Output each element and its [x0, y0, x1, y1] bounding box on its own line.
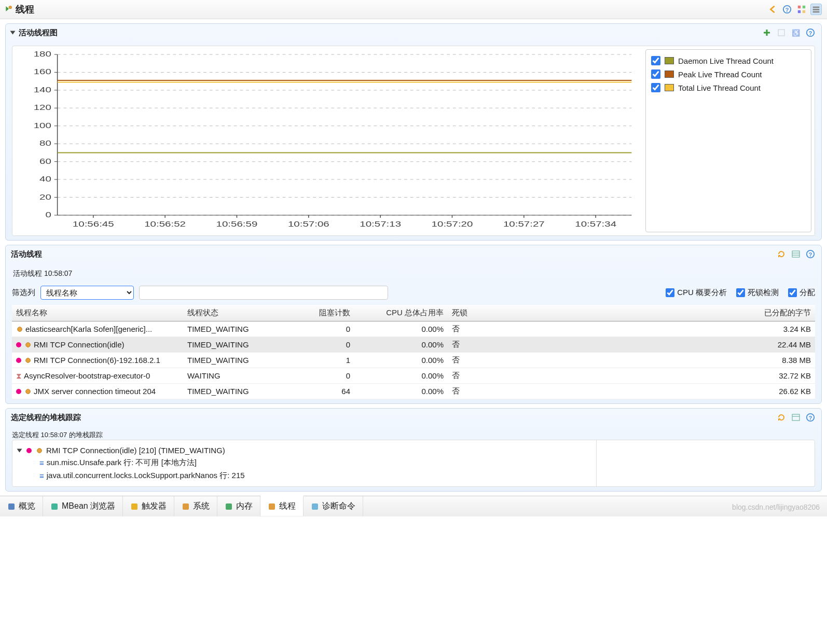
watermark-text: blog.csdn.net/lijingyao8206: [732, 503, 820, 511]
tab-内存[interactable]: 内存: [217, 496, 260, 516]
tab-线程[interactable]: 线程: [260, 496, 304, 516]
filter-text-input[interactable]: [139, 286, 388, 300]
col-cpu[interactable]: CPU 总体占用率: [354, 305, 448, 321]
thread-blocked: 64: [282, 384, 354, 399]
legend-label: Daemon Live Thread Count: [678, 57, 774, 65]
threads-timestamp: 活动线程 10:58:07: [13, 269, 815, 278]
chart-panel-title: 活动线程图: [19, 28, 761, 38]
legend-swatch: [665, 84, 674, 91]
thread-alloc: 3.24 KB: [510, 321, 815, 337]
table-row[interactable]: RMI TCP Connection(6)-192.168.2.1 TIMED_…: [12, 353, 815, 368]
col-name[interactable]: 线程名称: [12, 305, 183, 321]
refresh-icon[interactable]: [776, 412, 787, 423]
thread-alloc: 32.72 KB: [510, 368, 815, 384]
svg-rect-76: [8, 503, 15, 510]
thread-alloc: 8.38 MB: [510, 353, 815, 368]
tab-label: 诊断命令: [322, 501, 355, 512]
collapse-toggle-icon[interactable]: [10, 31, 16, 35]
svg-rect-9: [813, 9, 820, 10]
refresh-icon[interactable]: [776, 248, 787, 260]
legend-item[interactable]: Total Live Thread Count: [650, 81, 807, 94]
add-icon[interactable]: [761, 27, 773, 38]
tab-概览[interactable]: 概览: [0, 496, 43, 516]
thread-name: RMI TCP Connection(idle): [34, 340, 125, 349]
chart-panel: 活动线程图 ♿ ? 02040608010012014016018010:56:…: [5, 23, 822, 241]
svg-text:20: 20: [39, 193, 51, 201]
tab-MBean 浏览器[interactable]: MBean 浏览器: [43, 496, 123, 516]
legend-checkbox[interactable]: [651, 56, 660, 65]
cpu-profiling-checkbox[interactable]: CPU 概要分析: [666, 288, 727, 298]
list-view-icon[interactable]: [810, 4, 822, 15]
svg-text:0: 0: [45, 211, 51, 219]
threads-panel-title: 活动线程: [11, 249, 776, 259]
filter-column-select[interactable]: 线程名称: [40, 286, 134, 300]
threads-table: 线程名称 线程状态 阻塞计数 CPU 总体占用率 死锁 已分配的字节 elast…: [12, 305, 815, 399]
expand-toggle-icon[interactable]: [17, 449, 22, 452]
tab-icon: [311, 502, 319, 511]
legend-item[interactable]: Daemon Live Thread Count: [650, 54, 807, 67]
table-icon[interactable]: [790, 248, 802, 260]
legend-checkbox[interactable]: [651, 83, 660, 92]
chart-config-icon[interactable]: [776, 27, 787, 38]
svg-text:10:57:34: 10:57:34: [575, 220, 616, 228]
table-row[interactable]: elasticsearch[Karla Sofen][generic]... T…: [12, 321, 815, 337]
gear-icon: [36, 447, 43, 454]
stack-root[interactable]: RMI TCP Connection(idle) [210] (TIMED_WA…: [18, 444, 591, 456]
gear-icon: [24, 357, 32, 364]
table-icon[interactable]: [790, 412, 802, 423]
tab-触发器[interactable]: 触发器: [123, 496, 174, 516]
tab-诊断命令[interactable]: 诊断命令: [304, 496, 363, 516]
legend-item[interactable]: Peak Live Thread Count: [650, 67, 807, 81]
thread-name: AsyncResolver-bootstrap-executor-0: [24, 371, 150, 380]
svg-text:140: 140: [34, 86, 51, 94]
gear-icon: [16, 326, 23, 333]
thread-chart: 02040608010012014016018010:56:4510:56:52…: [16, 49, 639, 232]
deadlock-checkbox[interactable]: 死锁检测: [736, 288, 779, 298]
table-row[interactable]: ⧗AsyncResolver-bootstrap-executor-0 WAIT…: [12, 368, 815, 384]
thread-cpu: 0.00%: [354, 321, 448, 337]
legend-checkbox[interactable]: [651, 69, 660, 79]
help-icon[interactable]: ?: [805, 248, 816, 260]
svg-point-75: [37, 448, 42, 453]
accessibility-icon[interactable]: ♿: [790, 27, 802, 38]
stack-frame[interactable]: ≡ sun.misc.Unsafe.park 行: 不可用 [本地方法]: [18, 456, 591, 469]
svg-text:10:57:27: 10:57:27: [503, 220, 545, 228]
svg-text:10:56:59: 10:56:59: [216, 220, 258, 228]
tab-icon: [130, 502, 139, 511]
table-row[interactable]: JMX server connection timeout 204 TIMED_…: [12, 384, 815, 399]
grid-view-icon[interactable]: [796, 4, 807, 15]
help-icon[interactable]: ?: [805, 412, 816, 423]
tab-系统[interactable]: 系统: [174, 496, 217, 516]
allocation-checkbox[interactable]: 分配: [788, 288, 815, 298]
back-arrow-icon[interactable]: [767, 4, 778, 15]
svg-text:80: 80: [39, 139, 51, 147]
tab-icon: [225, 502, 233, 511]
svg-rect-62: [792, 251, 800, 257]
svg-text:?: ?: [809, 251, 812, 258]
col-alloc[interactable]: 已分配的字节: [510, 305, 815, 321]
col-blocked[interactable]: 阻塞计数: [282, 305, 354, 321]
legend-label: Total Live Thread Count: [678, 83, 761, 92]
thread-name: JMX server connection timeout 204: [34, 387, 156, 396]
help-icon[interactable]: ?: [781, 4, 793, 15]
stack-frame-text: sun.misc.Unsafe.park 行: 不可用 [本地方法]: [47, 458, 197, 468]
gear-icon: [24, 388, 32, 395]
tab-label: 系统: [193, 501, 210, 512]
legend-swatch: [665, 71, 674, 78]
table-row[interactable]: RMI TCP Connection(idle) TIMED_WAITING 0…: [12, 337, 815, 353]
thread-cpu: 0.00%: [354, 353, 448, 368]
col-state[interactable]: 线程状态: [183, 305, 282, 321]
col-deadlock[interactable]: 死锁: [448, 305, 510, 321]
stack-frame[interactable]: ≡ java.util.concurrent.locks.LockSupport…: [18, 469, 591, 482]
thread-blocked: 0: [282, 321, 354, 337]
svg-text:?: ?: [785, 7, 789, 13]
legend-swatch: [665, 57, 674, 64]
svg-text:?: ?: [809, 30, 812, 36]
legend-label: Peak Live Thread Count: [678, 70, 762, 79]
svg-rect-4: [798, 6, 801, 8]
lock-icon: [16, 358, 21, 363]
help-icon[interactable]: ?: [805, 27, 816, 38]
svg-rect-82: [312, 503, 318, 510]
stackframe-icon: ≡: [39, 458, 44, 467]
svg-text:10:57:20: 10:57:20: [432, 220, 473, 228]
